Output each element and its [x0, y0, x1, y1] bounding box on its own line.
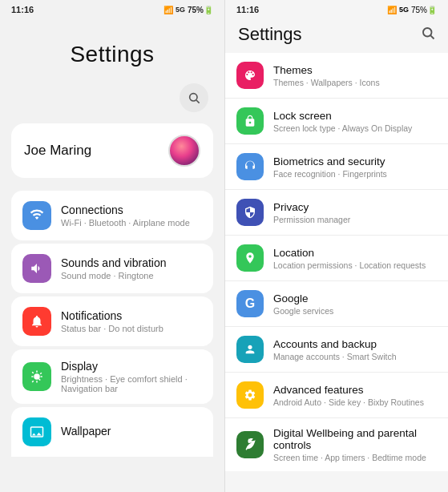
list-item[interactable]: Advanced features Android Auto · Side ke… [225, 373, 448, 418]
sounds-text: Sounds and vibration Sound mode · Ringto… [61, 256, 167, 280]
user-name: Joe Maring [24, 143, 91, 159]
location-text: Location Location permissions · Location… [273, 247, 426, 270]
list-item[interactable]: Digital Wellbeing and parental controls … [225, 418, 448, 471]
list-item[interactable]: Biometrics and security Face recognition… [225, 144, 448, 190]
list-item[interactable]: Notifications Status bar · Do not distur… [11, 296, 213, 346]
notifications-label: Notifications [61, 309, 163, 322]
right-settings-title: Settings [238, 24, 302, 45]
biometrics-label: Biometrics and security [273, 155, 387, 167]
wallpaper-icon [22, 417, 51, 446]
biometrics-text: Biometrics and security Face recognition… [273, 155, 387, 179]
left-panel: 11:16 📶 5G 75%🔋 Settings Joe Maring Conn… [0, 0, 224, 492]
advanced-icon [236, 381, 264, 409]
svg-line-3 [430, 35, 434, 38]
lock-screen-text: Lock screen Screen lock type · Always On… [273, 110, 412, 133]
lock-screen-sub: Screen lock type · Always On Display [273, 123, 412, 133]
right-title-row: Settings [225, 18, 448, 53]
left-settings-title: Settings [0, 18, 224, 83]
accounts-label: Accounts and backup [273, 338, 397, 350]
user-avatar [168, 135, 200, 167]
right-settings-list: Themes Themes · Wallpapers · Icons Lock … [225, 53, 448, 492]
left-status-bar: 11:16 📶 5G 75%🔋 [0, 0, 224, 18]
right-search-button[interactable] [421, 26, 435, 43]
list-item[interactable]: Display Brightness · Eye comfort shield … [11, 349, 213, 404]
list-item[interactable]: Privacy Permission manager [225, 190, 448, 236]
battery-icon: 75%🔋 [188, 6, 213, 14]
google-label: Google [273, 292, 333, 304]
google-text: Google Google services [273, 292, 333, 316]
notifications-text: Notifications Status bar · Do not distur… [61, 309, 163, 333]
wellbeing-sub: Screen time · App timers · Bedtime mode [273, 453, 437, 462]
wellbeing-icon [236, 431, 264, 458]
list-item[interactable]: Wallpaper [11, 407, 213, 457]
connections-label: Connections [61, 204, 190, 216]
lock-screen-icon [236, 107, 264, 135]
themes-label: Themes [273, 64, 380, 76]
list-item[interactable]: Sounds and vibration Sound mode · Ringto… [11, 244, 213, 293]
left-search-button[interactable] [180, 83, 208, 112]
location-sub: Location permissions · Location requests [273, 260, 426, 270]
display-label: Display [61, 360, 202, 373]
left-search-area [0, 83, 224, 123]
accounts-sub: Manage accounts · Smart Switch [273, 352, 397, 361]
sounds-sub: Sound mode · Ringtone [61, 271, 167, 280]
sounds-label: Sounds and vibration [61, 256, 167, 269]
privacy-text: Privacy Permission manager [273, 201, 350, 224]
list-item[interactable]: Accounts and backup Manage accounts · Sm… [225, 327, 448, 373]
connections-sub: Wi-Fi · Bluetooth · Airplane mode [61, 218, 190, 228]
sounds-icon [22, 254, 51, 283]
right-time: 11:16 [236, 5, 259, 14]
svg-point-0 [190, 94, 197, 101]
user-profile-card[interactable]: Joe Maring [11, 123, 213, 178]
biometrics-icon [236, 153, 264, 180]
accounts-text: Accounts and backup Manage accounts · Sm… [273, 338, 397, 361]
left-settings-list: Connections Wi-Fi · Bluetooth · Airplane… [0, 191, 224, 492]
list-item[interactable]: Connections Wi-Fi · Bluetooth · Airplane… [11, 191, 213, 240]
advanced-text: Advanced features Android Auto · Side ke… [273, 384, 424, 407]
right-search-icon [421, 26, 435, 40]
biometrics-sub: Face recognition · Fingerprints [273, 169, 387, 179]
list-item[interactable]: Themes Themes · Wallpapers · Icons [225, 53, 448, 99]
display-text: Display Brightness · Eye comfort shield … [61, 360, 202, 393]
themes-text: Themes Themes · Wallpapers · Icons [273, 64, 380, 87]
themes-icon [236, 62, 264, 89]
accounts-icon [236, 336, 264, 363]
privacy-icon [236, 199, 264, 226]
list-item[interactable]: Lock screen Screen lock type · Always On… [225, 99, 448, 144]
display-sub: Brightness · Eye comfort shield · Naviga… [61, 374, 202, 393]
svg-line-1 [196, 100, 200, 103]
right-status-icons: 📶 5G 75%🔋 [387, 6, 437, 14]
location-icon [236, 244, 264, 272]
wallpaper-text: Wallpaper [61, 425, 111, 439]
right-panel: 11:16 📶 5G 75%🔋 Settings Themes Themes ·… [224, 0, 448, 492]
connections-icon [22, 201, 51, 230]
list-item[interactable]: G Google Google services [225, 281, 448, 327]
right-signal-icon: 📶 [387, 6, 397, 14]
wellbeing-label: Digital Wellbeing and parental controls [273, 427, 437, 451]
lock-screen-label: Lock screen [273, 110, 412, 122]
location-label: Location [273, 247, 426, 259]
search-icon [188, 91, 200, 104]
left-time: 11:16 [11, 5, 34, 14]
wallpaper-label: Wallpaper [61, 425, 111, 438]
google-icon: G [236, 290, 264, 317]
privacy-label: Privacy [273, 201, 350, 213]
advanced-sub: Android Auto · Side key · Bixby Routines [273, 397, 424, 407]
signal-icon: 📶 [163, 6, 173, 14]
display-icon [22, 362, 51, 391]
notifications-sub: Status bar · Do not disturb [61, 324, 163, 333]
list-item[interactable]: Location Location permissions · Location… [225, 236, 448, 281]
network-icon: 5G [176, 6, 185, 14]
google-sub: Google services [273, 306, 333, 316]
privacy-sub: Permission manager [273, 215, 350, 224]
left-status-icons: 📶 5G 75%🔋 [163, 6, 213, 14]
connections-text: Connections Wi-Fi · Bluetooth · Airplane… [61, 204, 190, 228]
wellbeing-text: Digital Wellbeing and parental controls … [273, 427, 437, 462]
themes-sub: Themes · Wallpapers · Icons [273, 78, 380, 87]
svg-point-2 [423, 28, 432, 37]
notifications-icon [22, 307, 51, 336]
right-network-icon: 5G [399, 6, 409, 14]
right-battery-icon: 75%🔋 [411, 6, 437, 14]
right-status-bar: 11:16 📶 5G 75%🔋 [225, 0, 448, 18]
advanced-label: Advanced features [273, 384, 424, 396]
